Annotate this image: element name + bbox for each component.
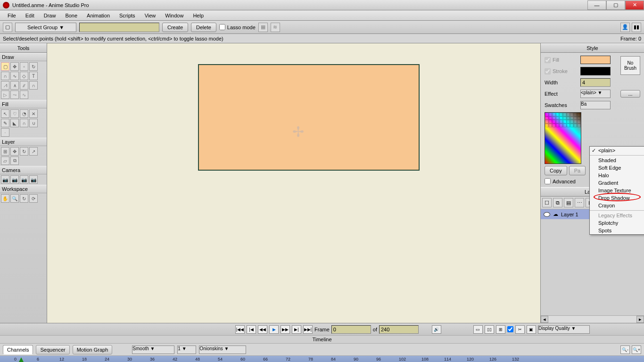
view-split-h-button[interactable]: ▯▯ [485, 325, 494, 334]
group-name-input[interactable] [79, 23, 159, 32]
audio-button[interactable]: 🔊 [432, 325, 441, 334]
perspective-tool[interactable]: ⫽ [20, 81, 28, 90]
eyedropper-tool[interactable]: ✎ [1, 119, 9, 127]
canvas[interactable]: ✢ [47, 43, 540, 323]
menu-draw[interactable]: Draw [39, 12, 61, 19]
text-tool[interactable]: T [29, 72, 38, 80]
select-shape-tool[interactable]: ↖ [1, 109, 9, 118]
effect-gradient[interactable]: Gradient [590, 179, 644, 187]
switch-layer-tool[interactable]: ⧉ [10, 156, 19, 165]
effect-halo[interactable]: Halo [590, 172, 644, 179]
add-point-tool[interactable]: ∩ [1, 72, 9, 80]
stroke-color-swatch[interactable] [580, 67, 611, 75]
menu-file[interactable]: File [3, 12, 21, 19]
effect-image-texture[interactable]: Image Texture [590, 187, 644, 194]
display-quality-dropdown[interactable]: Display Quality ▼ [538, 325, 590, 334]
create-button[interactable]: Create [162, 23, 188, 32]
onionskins-dropdown[interactable]: Onionskins ▼ [199, 346, 246, 354]
copy-style-button[interactable]: Copy [545, 166, 567, 175]
select-group-dropdown[interactable]: Select Group ▼ [15, 23, 76, 32]
effect-splotchy[interactable]: Splotchy [590, 219, 644, 227]
track-camera-tool[interactable]: 📷 [1, 175, 9, 184]
menu-help[interactable]: Help [188, 12, 208, 19]
profile-tool[interactable]: ∧ [10, 81, 19, 90]
dup-layer-button[interactable]: ⧉ [553, 198, 562, 207]
prev-frame-button[interactable]: ◀◀ [258, 325, 267, 334]
effect-spots[interactable]: Spots [590, 227, 644, 234]
delete-shape-tool[interactable]: ✕ [29, 109, 38, 118]
magnet-tool[interactable]: ∩ [29, 81, 38, 90]
roll-camera-tool[interactable]: 📷 [20, 175, 28, 184]
rewind-start-button[interactable]: |◀◀ [235, 325, 245, 334]
view-single-button[interactable]: ▭ [473, 325, 483, 334]
hide-edge-tool[interactable]: ∩ [20, 119, 28, 127]
marquee-icon[interactable]: ▢ [3, 23, 12, 32]
lasso-mode-checkbox[interactable]: Lasso mode [219, 24, 256, 30]
orbit-tool[interactable]: ⟳ [29, 194, 38, 203]
menu-animation[interactable]: Animation [82, 12, 115, 19]
safe-zone-icon[interactable]: ▣ [527, 325, 536, 334]
zoom-tool[interactable]: 🔍 [10, 194, 19, 203]
transform-layer-tool[interactable]: ⊞ [1, 147, 9, 156]
line-width-tool[interactable]: ◣ [10, 119, 19, 127]
freehand-tool[interactable]: ∿ [10, 72, 19, 80]
user-icon[interactable]: 👤 [620, 23, 630, 32]
scale-points-tool[interactable]: ▫ [20, 62, 28, 71]
interval-dropdown[interactable]: 1 ▼ [177, 346, 196, 354]
delete-button[interactable]: Delete [191, 23, 216, 32]
fill-color-swatch[interactable] [580, 56, 611, 64]
library-icon[interactable]: ▮▮ [632, 23, 641, 32]
stroke-checkbox[interactable]: Stroke [545, 68, 578, 74]
visibility-icon[interactable] [544, 212, 550, 217]
color-swatches-grid[interactable] [545, 112, 581, 164]
next-frame-button[interactable]: ▶▶ [281, 325, 290, 334]
minimize-button[interactable]: — [587, 0, 606, 10]
rotate-workspace-tool[interactable]: ↻ [20, 194, 28, 203]
play-button[interactable]: ▶ [269, 325, 279, 334]
width-input[interactable] [580, 78, 611, 87]
view-check[interactable] [507, 326, 513, 332]
playhead-icon[interactable] [18, 357, 25, 362]
menu-view[interactable]: View [140, 12, 161, 19]
effect-more-button[interactable]: ... [620, 90, 640, 98]
zoom-out-timeline-button[interactable]: 🔍- [620, 346, 630, 354]
translate-points-tool[interactable]: ✥ [10, 62, 19, 71]
opt-icon-1[interactable]: ▦ [258, 23, 268, 32]
no-brush-button[interactable]: No Brush [620, 56, 640, 75]
close-button[interactable]: ✕ [625, 0, 644, 10]
fill-checkbox[interactable]: Fill [545, 57, 578, 63]
effect-drop-shadow[interactable]: Drop Shadow [590, 194, 644, 202]
rotate-layer-tool[interactable]: ↻ [20, 147, 28, 156]
layers-hscroll[interactable]: ◂ ▸ [541, 315, 644, 323]
crop-icon[interactable]: ✂ [515, 325, 525, 334]
drawn-rectangle[interactable] [198, 64, 420, 171]
view-quad-button[interactable]: ⊞ [496, 325, 505, 334]
zoom-in-timeline-button[interactable]: 🔍+ [632, 346, 641, 354]
swatches-dropdown[interactable]: Ba [580, 101, 611, 109]
end-frame-input[interactable] [379, 325, 419, 334]
frame-ruler[interactable]: 0612182430364248546066727884909610210811… [0, 356, 644, 362]
menu-edit[interactable]: Edit [21, 12, 39, 19]
effect-soft-edge[interactable]: Soft Edge [590, 164, 644, 172]
maximize-button[interactable]: ▢ [606, 0, 625, 10]
scroll-right-icon[interactable]: ▸ [636, 316, 644, 323]
paste-style-button[interactable]: Pa [569, 166, 586, 175]
new-layer-button[interactable]: ☐ [542, 198, 552, 207]
select-points-tool[interactable]: ▢ [1, 62, 9, 71]
zoom-camera-tool[interactable]: 📷 [10, 175, 19, 184]
effect-shaded[interactable]: Shaded [590, 156, 644, 164]
shape-tool[interactable]: ◇ [20, 72, 28, 80]
lasso-checkbox-input[interactable] [219, 24, 225, 30]
menu-scripts[interactable]: Scripts [115, 12, 140, 19]
step-back-button[interactable]: |◀ [247, 325, 256, 334]
scroll-left-icon[interactable]: ◂ [541, 316, 548, 323]
effect-plain[interactable]: <plain> [590, 147, 644, 154]
forward-end-button[interactable]: ▶▶| [303, 325, 313, 334]
tab-sequencer[interactable]: Sequencer [36, 345, 69, 354]
curve-profile-tool[interactable]: ∪ [29, 119, 38, 127]
tab-channels[interactable]: Channels [3, 345, 33, 354]
scale-layer-tool[interactable]: ↗ [29, 147, 38, 156]
effect-crayon[interactable]: Crayon [590, 202, 644, 209]
menu-bone[interactable]: Bone [60, 12, 82, 19]
rotate-points-tool[interactable]: ↻ [29, 62, 38, 71]
